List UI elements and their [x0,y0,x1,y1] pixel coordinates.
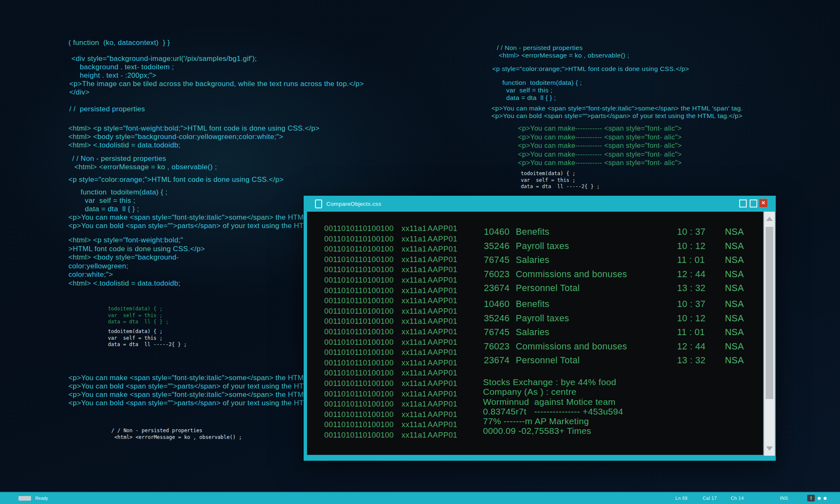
binary-tag: AAPP01 [428,276,457,285]
binary-mid: xx11a1 [402,379,427,388]
ledger-amount: 35246 [484,313,509,324]
paragraph-line: Company (As ) : centre [483,387,623,396]
ledger-row: 23674 Personnel Total 13 : 32 NSA [484,283,761,297]
scroll-down-icon[interactable] [766,446,773,451]
ledger-row: 23674 Personnel Total 13 : 32 NSA [484,355,761,370]
code-line: <p>You can make <span style="font-style:… [491,105,743,112]
binary-code: 0011010110100100 [324,297,394,305]
binary-mid: xx11a1 [402,317,427,326]
code-line: data = dta ll -----2{ } ; [521,184,600,190]
warning-icon[interactable]: ! [807,495,815,501]
code-line: <p>You can make <span style="font-style:… [68,391,343,399]
minimize-button[interactable] [739,200,747,207]
binary-code: 0011010110100100 [324,359,394,368]
ledger-time: 13 : 32 [677,355,706,366]
scrollbar[interactable] [764,212,775,456]
scrollbar-thumb[interactable] [766,227,773,399]
ledger-time: 10 : 37 [677,227,706,237]
bg-code-right-green-lines: <p>You can make----------- <span style="… [518,124,682,167]
ledger-amount: 76745 [484,327,509,338]
maximize-button[interactable] [750,200,757,207]
ledger-time: 10 : 12 [677,241,706,252]
code-line: <html> <body style="background-color:yel… [68,133,320,141]
binary-tag: AAPP01 [428,410,457,419]
binary-mid: xx11a1 [402,390,427,399]
ledger-amount: 10460 [484,299,509,310]
ledger-label: Commissions and bonuses [516,341,627,352]
paragraph-line: 0000.09 -02,75583+ Times [483,426,623,436]
ledger-amount: 35246 [484,241,509,252]
code-line: var self = this ; [81,197,168,205]
code-line: height . text - :200px;"> [69,71,364,80]
binary-mid: xx11a1 [402,286,427,295]
binary-code: 0011010110100100 [324,431,394,440]
binary-tag: AAPP01 [428,245,457,254]
status-dot-icon [818,497,821,500]
window-titlebar[interactable]: CompareObjects.css ✕ [304,196,776,212]
code-line: <html> <body style="background- [68,253,205,262]
binary-code: 0011010110100100 [324,348,394,357]
binary-mid: xx11a1 [402,265,427,274]
window-content: 0011010110100100 xx11a1 AAPP01 001101011… [307,212,763,455]
ledger-time: 12 : 44 [677,269,706,280]
ledger-time: 12 : 44 [677,341,706,352]
ledger-amount: 23674 [484,283,509,294]
code-line: <p>You can bold <span style="">parts</sp… [68,382,343,391]
ledger-tag: NSA [725,341,744,352]
code-line: data = dta ll { } ; [502,94,582,102]
ledger-label: Benefits [516,227,549,237]
binary-code: 0011010110100100 [324,390,394,399]
ledger-time: 13 : 32 [677,283,706,294]
scroll-up-icon[interactable] [766,217,773,221]
code-line: <p>You can make----------- <span style="… [518,124,682,133]
binary-code: 0011010110100100 [324,420,394,429]
binary-mid: xx11a1 [402,245,427,254]
ledger-time: 10 : 12 [677,313,706,324]
code-line: / / Non - persisted properties [111,428,242,434]
binary-code: 0011010110100100 [324,328,394,336]
ledger-tag: NSA [725,241,744,252]
binary-tag: AAPP01 [428,400,457,409]
code-line: <p>You can make----------- <span style="… [518,158,682,167]
binary-tag: AAPP01 [428,265,457,274]
binary-mid: xx11a1 [402,369,427,378]
bg-code-left-function2: function todoitem(data) { ; var self = t… [81,188,168,213]
ledger-row: 76023 Commissions and bonuses 12 : 44 NS… [484,269,761,284]
code-line: var self = this ; [108,312,169,319]
ledger-tag: NSA [725,299,744,310]
code-line: function todoitem(data) { ; [81,188,168,197]
ledger-amount: 10460 [484,227,509,237]
code-line: <p>You can make----------- <span style="… [518,133,682,142]
ledger-amount: 76745 [484,255,509,265]
code-line: function todoitem(data) { ; [502,79,582,87]
ledger-label: Benefits [516,299,549,310]
code-line: var self = this ; [521,177,600,184]
binary-mid: xx11a1 [402,348,427,357]
binary-tag: AAPP01 [428,307,457,316]
binary-tag: AAPP01 [428,317,457,326]
ready-indicator-chip [18,496,31,501]
ledger-tag: NSA [725,355,744,366]
binary-tag: AAPP01 [428,224,457,233]
code-line: <p>You can bold <span style="">parts</sp… [68,222,343,230]
binary-code: 0011010110100100 [324,255,394,264]
binary-mid: xx11a1 [402,235,427,244]
code-line: <p>You can make----------- <span style="… [518,150,682,159]
ledger-row: 76745 Salaries 11 : 01 NSA [484,255,761,269]
bg-code-right-nonpersisted: / / Non - persisted properties <html> <e… [497,44,629,59]
bg-code-right-mono: todoitem(data) { ;var self = this ;data … [521,171,600,190]
binary-tag: AAPP01 [428,338,457,347]
binary-tag: AAPP01 [428,348,457,357]
ledger-time: 10 : 37 [677,299,706,310]
close-button[interactable]: ✕ [759,199,768,207]
binary-tag: AAPP01 [428,328,457,336]
binary-code: 0011010110100100 [324,245,394,254]
binary-code: 0011010110100100 [324,338,394,347]
binary-code: 0011010110100100 [324,369,394,378]
code-line: <p>You can make----------- <span style="… [518,141,682,150]
ledger-tag: NSA [725,269,744,280]
binary-mid: xx11a1 [402,255,427,264]
code-line: <p style="color:orange;">HTML font code … [492,65,689,73]
binary-tag: AAPP01 [428,369,457,378]
ledger-label: Payroll taxes [516,313,569,324]
